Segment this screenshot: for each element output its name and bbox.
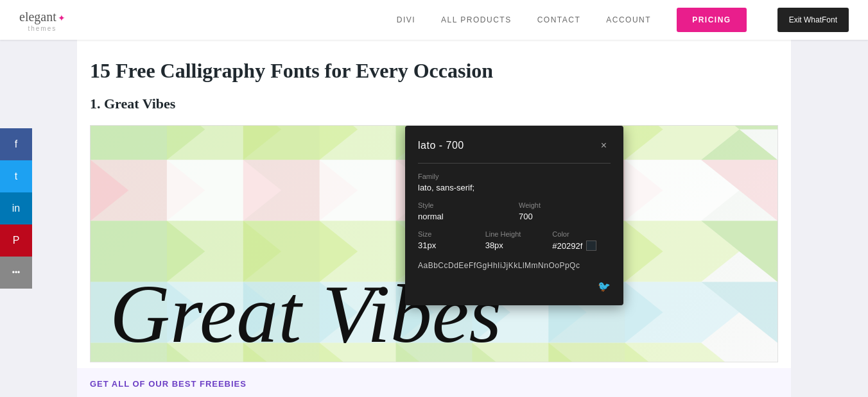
popup-style-value: normal: [418, 212, 510, 221]
whatfont-popup: lato - 700 × Family lato, sans-serif; St…: [405, 126, 623, 305]
popup-header: lato - 700 ×: [418, 139, 611, 153]
popup-style-cell: Style normal: [418, 201, 510, 221]
popup-size-value: 31px: [418, 241, 476, 250]
nav-contact[interactable]: CONTACT: [537, 15, 581, 24]
popup-style-weight-grid: Style normal Weight 700: [418, 201, 611, 221]
logo-star-icon: ✦: [58, 13, 65, 23]
popup-weight-value: 700: [519, 212, 611, 221]
header: elegant✦ themes DIVI ALL PRODUCTS CONTAC…: [0, 0, 868, 40]
popup-color-label: Color: [552, 230, 611, 238]
cta-text: GET ALL OF OUR BEST FREEBIES: [90, 379, 247, 389]
popup-color-cell: Color #20292f: [552, 230, 611, 251]
logo-text: elegant✦: [19, 8, 65, 24]
twitter-share-icon[interactable]: 🐦: [598, 280, 611, 292]
article-title: 15 Free Calligraphy Fonts for Every Occa…: [77, 59, 791, 83]
social-sidebar: f t in P •••: [0, 128, 32, 289]
more-share-button[interactable]: •••: [0, 257, 32, 289]
popup-alphabet: AaBbCcDdEeFfGgHhIiJjKkLlMmNnOoPpQc: [418, 261, 611, 270]
pinterest-icon: P: [13, 235, 20, 246]
popup-family-label: Family: [418, 173, 611, 180]
popup-style-label: Style: [418, 201, 510, 209]
twitter-icon: t: [15, 171, 17, 182]
popup-family-row: Family lato, sans-serif;: [418, 173, 611, 192]
nav-account[interactable]: ACCOUNT: [606, 15, 651, 24]
popup-size-label: Size: [418, 230, 476, 238]
linkedin-icon: in: [12, 203, 20, 214]
more-icon: •••: [12, 268, 21, 277]
facebook-icon: f: [15, 139, 17, 150]
popup-lineheight-cell: Line Height 38px: [485, 230, 544, 251]
popup-size-grid: Size 31px Line Height 38px Color #20292f: [418, 230, 611, 251]
popup-footer: 🐦: [418, 280, 611, 292]
popup-lineheight-label: Line Height: [485, 230, 544, 238]
pricing-button[interactable]: PRICING: [677, 8, 747, 32]
logo[interactable]: elegant✦ themes: [19, 8, 65, 32]
color-swatch: [586, 241, 596, 251]
popup-weight-label: Weight: [519, 201, 611, 209]
section-heading: 1. Great Vibes: [77, 96, 791, 112]
main-nav: DIVI ALL PRODUCTS CONTACT ACCOUNT PRICIN…: [397, 8, 849, 32]
nav-divi[interactable]: DIVI: [397, 15, 415, 24]
facebook-share-button[interactable]: f: [0, 128, 32, 160]
svg-marker-44: [625, 343, 739, 362]
bottom-cta[interactable]: GET ALL OF OUR BEST FREEBIES: [77, 368, 791, 397]
popup-lineheight-value: 38px: [485, 241, 544, 250]
pinterest-share-button[interactable]: P: [0, 224, 32, 257]
main-content: 15 Free Calligraphy Fonts for Every Occa…: [77, 40, 791, 397]
popup-close-button[interactable]: ×: [597, 139, 611, 153]
linkedin-share-button[interactable]: in: [0, 192, 32, 224]
popup-divider: [418, 163, 611, 164]
twitter-share-button[interactable]: t: [0, 160, 32, 192]
popup-weight-cell: Weight 700: [519, 201, 611, 221]
popup-color-value-row: #20292f: [552, 241, 611, 251]
popup-family-value: lato, sans-serif;: [418, 183, 611, 192]
popup-size-cell: Size 31px: [418, 230, 476, 251]
popup-title: lato - 700: [418, 140, 464, 151]
logo-subtitle: themes: [19, 25, 65, 32]
font-image-area: Great Vibes lato - 700 × Family lato, sa…: [90, 125, 778, 362]
exit-whatfont-button[interactable]: Exit WhatFont: [777, 8, 849, 32]
popup-color-value: #20292f: [552, 241, 582, 251]
nav-all-products[interactable]: ALL PRODUCTS: [441, 15, 512, 24]
